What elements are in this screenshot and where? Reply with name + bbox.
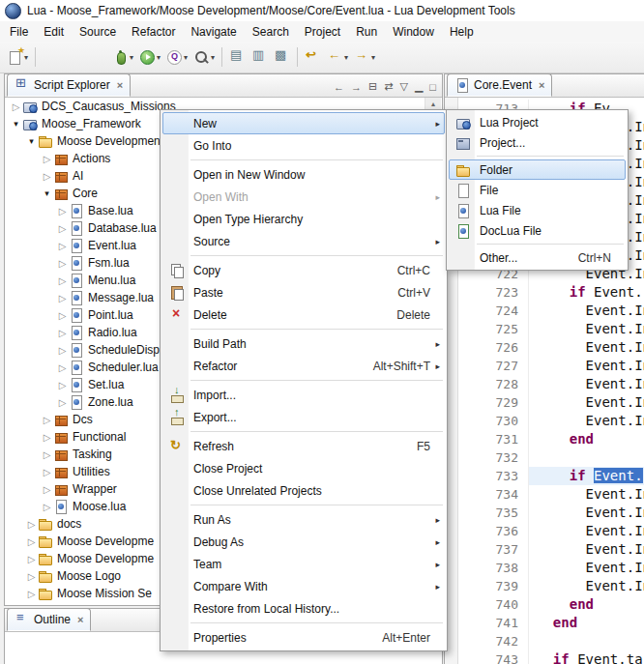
- menu-item-copy[interactable]: CopyCtrl+C: [162, 259, 445, 281]
- code-text[interactable]: Event.In: [529, 504, 644, 522]
- menu-run[interactable]: Run: [348, 22, 385, 42]
- search-button[interactable]: ▾: [190, 44, 218, 70]
- code-text[interactable]: if Event.: [529, 467, 644, 485]
- code-text[interactable]: end: [529, 595, 644, 614]
- tree-collapsed-arrow-icon[interactable]: ▷: [56, 362, 69, 373]
- close-tab-icon[interactable]: ×: [77, 614, 83, 625]
- tree-collapsed-arrow-icon[interactable]: ▷: [41, 449, 53, 460]
- tree-collapsed-arrow-icon[interactable]: ▷: [56, 293, 69, 303]
- title-bar[interactable]: Lua - Moose_Framework/Moose Development/…: [0, 0, 644, 22]
- menu-item-import[interactable]: Import...: [162, 384, 445, 406]
- dropdown-arrow-icon[interactable]: ▾: [184, 53, 188, 62]
- menu-item-restore-from-local-history[interactable]: Restore from Local History...: [162, 597, 445, 620]
- code-text[interactable]: Event.In: [529, 393, 644, 412]
- menu-item-refresh[interactable]: RefreshF5: [162, 435, 445, 457]
- menu-item-close-project[interactable]: Close Project: [162, 457, 445, 479]
- code-text[interactable]: Event.In: [529, 577, 644, 595]
- dropdown-arrow-icon[interactable]: ▾: [371, 53, 375, 62]
- code-text[interactable]: Event.In: [529, 375, 644, 393]
- menu-window[interactable]: Window: [385, 22, 442, 42]
- tree-collapsed-arrow-icon[interactable]: ▷: [25, 536, 38, 547]
- code-text[interactable]: Event.In: [529, 540, 644, 559]
- tree-collapsed-arrow-icon[interactable]: ▷: [56, 310, 69, 321]
- outline-tab[interactable]: Outline ×: [7, 608, 91, 631]
- minimize-button[interactable]: ▁: [413, 79, 424, 94]
- tree-collapsed-arrow-icon[interactable]: ▷: [41, 502, 53, 512]
- dropdown-arrow-icon[interactable]: ▾: [211, 53, 215, 62]
- menu-edit[interactable]: Edit: [36, 22, 72, 42]
- snippets-button[interactable]: [249, 44, 271, 70]
- menu-item-new[interactable]: New▸: [162, 112, 445, 134]
- close-tab-icon[interactable]: ×: [539, 79, 544, 91]
- code-text[interactable]: [529, 448, 644, 467]
- code-text[interactable]: if Event.ta: [529, 650, 644, 664]
- close-tab-icon[interactable]: ×: [117, 79, 123, 91]
- forward-button[interactable]: ▾: [351, 44, 378, 70]
- menu-item-file[interactable]: File: [449, 180, 626, 200]
- dropdown-arrow-icon[interactable]: ▾: [157, 53, 161, 62]
- menu-item-paste[interactable]: PasteCtrl+V: [162, 281, 445, 303]
- menu-item-go-into[interactable]: Go Into: [162, 134, 445, 157]
- code-text[interactable]: Event.In: [529, 357, 644, 375]
- view-menu-button[interactable]: ▽: [397, 79, 409, 94]
- run-button[interactable]: ▾: [136, 44, 163, 70]
- menu-file[interactable]: File: [2, 22, 36, 42]
- tree-collapsed-arrow-icon[interactable]: ▷: [56, 397, 69, 408]
- menu-item-lua-project[interactable]: Lua Project: [449, 112, 626, 132]
- tree-collapsed-arrow-icon[interactable]: ▷: [41, 415, 53, 425]
- tree-collapsed-arrow-icon[interactable]: ▷: [56, 275, 69, 286]
- menu-help[interactable]: Help: [442, 22, 482, 42]
- code-text[interactable]: Event.In: [529, 320, 644, 338]
- tree-collapsed-arrow-icon[interactable]: ▷: [56, 206, 69, 217]
- menu-item-run-as[interactable]: Run As▸: [162, 508, 445, 531]
- console-button[interactable]: [226, 44, 249, 70]
- code-text[interactable]: Event.In: [529, 338, 644, 357]
- dropdown-arrow-icon[interactable]: ▾: [344, 53, 348, 62]
- menu-item-export[interactable]: Export...: [162, 406, 445, 428]
- menu-item-compare-with[interactable]: Compare With▸: [162, 575, 445, 597]
- tree-collapsed-arrow-icon[interactable]: ▷: [41, 432, 53, 443]
- tree-collapsed-arrow-icon[interactable]: ▷: [25, 571, 38, 582]
- tree-expanded-arrow-icon[interactable]: ▾: [25, 136, 38, 146]
- editor-tab-core-event[interactable]: Core.Event ×: [447, 73, 552, 97]
- code-text[interactable]: Event.In: [529, 412, 644, 430]
- tree-collapsed-arrow-icon[interactable]: ▷: [25, 554, 38, 564]
- menu-item-open-type-hierarchy[interactable]: Open Type Hierarchy: [162, 208, 445, 230]
- menu-item-build-path[interactable]: Build Path▸: [162, 332, 445, 355]
- code-text[interactable]: [529, 632, 644, 650]
- profile-button[interactable]: ▾: [163, 44, 190, 70]
- menu-refactor[interactable]: Refactor: [124, 22, 183, 42]
- tree-collapsed-arrow-icon[interactable]: ▷: [56, 241, 69, 251]
- tree-collapsed-arrow-icon[interactable]: ▷: [56, 223, 69, 234]
- menu-item-refactor[interactable]: RefactorAlt+Shift+T▸: [162, 355, 445, 377]
- back-button[interactable]: ←: [332, 80, 346, 94]
- menu-project[interactable]: Project: [297, 22, 348, 42]
- script-explorer-tab[interactable]: Script Explorer ×: [7, 73, 131, 97]
- debug-button[interactable]: ▾: [109, 44, 136, 70]
- maximize-button[interactable]: □: [427, 80, 438, 94]
- code-text[interactable]: Event.In: [529, 485, 644, 504]
- collapse-all-button[interactable]: ⊟: [366, 79, 379, 94]
- menu-item-folder[interactable]: Folder: [449, 159, 626, 180]
- dropdown-arrow-icon[interactable]: ▾: [130, 53, 133, 62]
- menu-source[interactable]: Source: [72, 22, 124, 42]
- code-text[interactable]: Event.In: [529, 302, 644, 320]
- code-text[interactable]: end: [529, 614, 644, 632]
- link-with-editor-button[interactable]: ⇄: [382, 79, 395, 94]
- menu-item-project[interactable]: Project...: [449, 132, 626, 153]
- menu-item-other[interactable]: Other...Ctrl+N: [449, 247, 626, 268]
- menu-item-properties[interactable]: PropertiesAlt+Enter: [162, 626, 445, 649]
- tree-collapsed-arrow-icon[interactable]: ▷: [41, 154, 53, 164]
- tree-collapsed-arrow-icon[interactable]: ▷: [56, 328, 69, 338]
- back-button[interactable]: ▾: [324, 44, 351, 70]
- forward-button[interactable]: →: [349, 80, 364, 94]
- code-text[interactable]: end: [529, 430, 644, 448]
- tree-collapsed-arrow-icon[interactable]: ▷: [56, 380, 69, 390]
- tree-collapsed-arrow-icon[interactable]: ▷: [41, 467, 53, 477]
- tree-collapsed-arrow-icon[interactable]: ▷: [10, 101, 22, 112]
- code-text[interactable]: if Event.: [529, 283, 644, 302]
- menu-item-source[interactable]: Source▸: [162, 230, 445, 252]
- code-text[interactable]: Event.In: [529, 522, 644, 540]
- menu-item-close-unrelated-projects[interactable]: Close Unrelated Projects: [162, 479, 445, 502]
- menu-item-lua-file[interactable]: Lua File: [449, 200, 626, 220]
